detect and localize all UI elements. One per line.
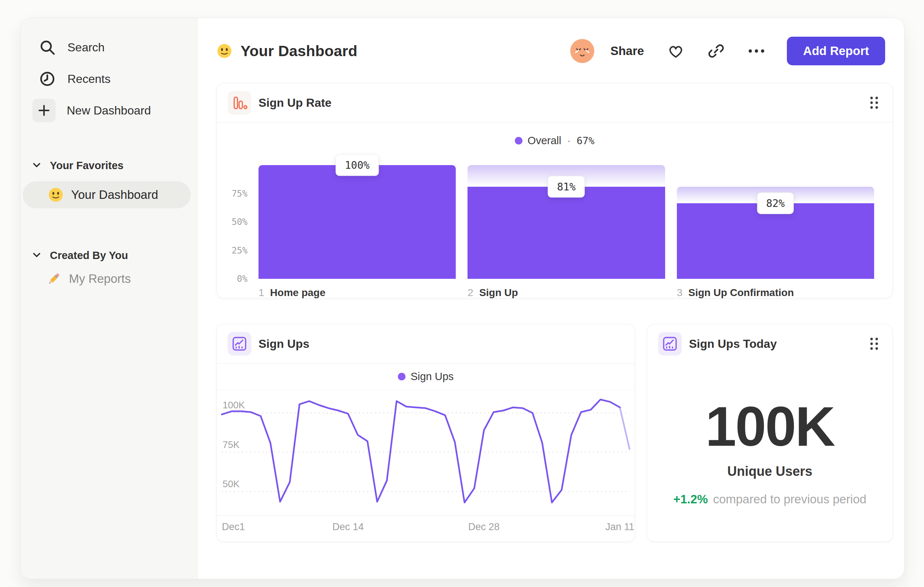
divider: [217, 389, 635, 390]
card-header: Sign Ups: [217, 324, 635, 363]
line-chart-icon: [658, 332, 681, 356]
big-number-body: 100K Unique Users +1.2% compared to prev…: [647, 363, 893, 542]
add-report-button[interactable]: Add Report: [787, 37, 885, 65]
section-your-favorites[interactable]: Your Favorites: [32, 160, 197, 172]
funnel-bar[interactable]: [259, 165, 456, 279]
card-sign-ups-today: Sign Ups Today 100K Unique Users +1.2% c…: [647, 324, 893, 542]
card-header: Sign Up Rate: [217, 83, 893, 122]
funnel-step-index: 1: [259, 287, 264, 299]
card-sign-up-rate: Sign Up Rate Overall · 67% 75%50%25%0% 1…: [216, 83, 893, 298]
card-header: Sign Ups Today: [647, 324, 893, 363]
search-icon: [38, 38, 56, 56]
funnel-step-label: 3Sign Up Confirmation: [677, 287, 874, 299]
pencil-emoji-icon: [46, 271, 62, 286]
signups-line-chart: 100K75K50K: [222, 394, 630, 515]
favorite-heart-icon[interactable]: [667, 43, 684, 60]
metric-value: 100K: [705, 398, 834, 454]
funnel-bar[interactable]: [467, 187, 665, 279]
recents-icon: [38, 70, 56, 88]
smiley-emoji-icon: [48, 187, 64, 203]
funnel-step-index: 2: [467, 287, 474, 299]
signups-line: [222, 400, 620, 503]
funnel-y-axis: 75%50%25%0%: [228, 165, 248, 279]
funnel-y-tick: 75%: [232, 189, 248, 199]
sidebar-item-recents[interactable]: Recents: [38, 67, 197, 91]
line-x-tick: Dec 14: [332, 521, 364, 533]
funnel-y-tick: 50%: [232, 217, 248, 227]
funnel-step-index: 3: [677, 287, 683, 299]
drag-handle-icon[interactable]: [867, 336, 881, 352]
drag-handle-icon[interactable]: [867, 95, 881, 111]
funnel-step: 81%2Sign Up: [467, 165, 665, 299]
sidebar: Search Recents New Dashboard Your Favori…: [21, 18, 198, 579]
divider: [217, 122, 893, 122]
card-title: Sign Ups: [259, 337, 309, 351]
line-x-tick: Dec 28: [468, 521, 500, 533]
funnel-value-tooltip: 81%: [548, 176, 585, 197]
funnel-bars: 100%1Home page81%2Sign Up82%3Sign Up Con…: [259, 165, 874, 299]
metric-change-row: +1.2% compared to previous period: [673, 492, 866, 506]
page-title: Your Dashboard: [241, 43, 358, 60]
funnel-step: 100%1Home page: [259, 165, 456, 299]
funnel-step-label: 2Sign Up: [467, 287, 665, 299]
line-chart-icon: [228, 332, 251, 356]
funnel-bar-area: 100%: [259, 165, 456, 279]
section-created-by-you[interactable]: Created By You: [32, 250, 197, 261]
metric-subtitle: Unique Users: [727, 464, 812, 479]
line-x-tick: Jan 11: [606, 521, 634, 533]
line-legend: Sign Ups: [217, 364, 635, 389]
dashboard-title-group: Your Dashboard: [216, 43, 358, 60]
funnel-y-tick: 25%: [232, 245, 248, 256]
line-y-tick: 75K: [223, 439, 240, 450]
line-x-tick: Dec1: [222, 521, 245, 533]
line-y-tick: 50K: [223, 478, 240, 489]
legend-value: 67%: [576, 135, 594, 146]
share-button[interactable]: Share: [610, 44, 644, 58]
header-controls: Share Add Report: [570, 37, 885, 65]
sidebar-item-label: New Dashboard: [67, 104, 151, 117]
funnel-step-name: Sign Up Confirmation: [688, 287, 794, 299]
funnel-chart: 75%50%25%0% 100%1Home page81%2Sign Up82%…: [217, 150, 893, 299]
more-options-icon[interactable]: [748, 43, 765, 60]
funnel-legend: Overall · 67%: [217, 128, 893, 153]
line-x-axis: Dec1Dec 14Dec 28Jan 11: [222, 516, 630, 538]
metric-change-note: compared to previous period: [713, 492, 866, 506]
sidebar-item-label: Your Dashboard: [71, 188, 158, 202]
section-title: Your Favorites: [50, 160, 124, 172]
desktop-background: { "sidebar": { "nav": [ {"label": "Searc…: [0, 0, 924, 587]
plus-icon: [32, 99, 56, 122]
dashboard-header: Your Dashboard Share Add Report: [197, 18, 904, 80]
legend-dot: [515, 137, 523, 145]
line-chart-plot: 100K75K50K: [217, 394, 635, 516]
line-y-tick: 100K: [223, 400, 245, 410]
metric-change-value: +1.2%: [673, 492, 708, 506]
funnel-value-tooltip: 100%: [335, 154, 378, 176]
funnel-bar[interactable]: [677, 203, 874, 279]
sidebar-item-label: Search: [68, 41, 104, 54]
app-window: Search Recents New Dashboard Your Favori…: [20, 18, 904, 579]
smiley-emoji-icon: [216, 43, 233, 59]
funnel-step-name: Home page: [270, 287, 326, 299]
sidebar-item-your-dashboard[interactable]: Your Dashboard: [23, 181, 191, 208]
card-title: Sign Up Rate: [259, 96, 332, 110]
sidebar-item-label: My Reports: [69, 272, 131, 286]
sidebar-item-search[interactable]: Search: [38, 36, 197, 59]
main-content: Your Dashboard Share Add Report: [197, 18, 904, 579]
legend-label: Overall: [528, 135, 561, 147]
sidebar-item-my-reports[interactable]: My Reports: [46, 271, 197, 286]
section-title: Created By You: [50, 250, 128, 261]
funnel-bar-area: 81%: [467, 165, 665, 279]
funnel-value-tooltip: 82%: [757, 193, 794, 214]
funnel-step-label: 1Home page: [259, 287, 456, 299]
card-sign-ups: Sign Ups Sign Ups 100K75K50K Dec1Dec 14D…: [216, 324, 635, 542]
user-avatar[interactable]: [570, 39, 594, 63]
card-title: Sign Ups Today: [689, 337, 777, 351]
cards-row: Sign Ups Sign Ups 100K75K50K Dec1Dec 14D…: [216, 324, 893, 542]
chevron-down-icon: [32, 252, 41, 260]
cards-area: Sign Up Rate Overall · 67% 75%50%25%0% 1…: [197, 80, 904, 542]
sidebar-item-new-dashboard[interactable]: New Dashboard: [38, 99, 197, 122]
funnel-bar-area: 82%: [677, 165, 874, 279]
funnel-step: 82%3Sign Up Confirmation: [677, 165, 874, 299]
copy-link-icon[interactable]: [708, 43, 724, 60]
sidebar-item-label: Recents: [68, 72, 111, 86]
